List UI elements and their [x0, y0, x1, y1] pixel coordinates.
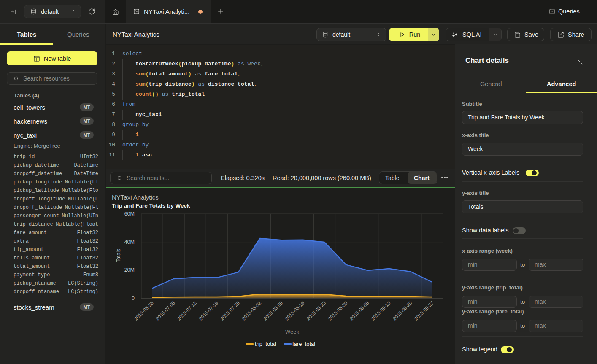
svg-text:20M: 20M [124, 267, 135, 273]
svg-text:2015-09-27: 2015-09-27 [413, 300, 435, 321]
svg-text:2015-09-13: 2015-09-13 [370, 300, 392, 321]
svg-text:Trip and Fare Totals by Week: Trip and Fare Totals by Week [112, 202, 190, 209]
svg-text:Totals: Totals [116, 249, 122, 263]
svg-text:trip_total: trip_total [255, 341, 276, 347]
svg-text:2015-07-19: 2015-07-19 [198, 300, 219, 321]
svg-text:40M: 40M [124, 239, 135, 245]
svg-text:2015-08-02: 2015-08-02 [241, 300, 262, 321]
svg-text:2015-08-09: 2015-08-09 [262, 300, 284, 321]
svg-text:2015-07-12: 2015-07-12 [176, 300, 197, 321]
svg-text:2015-07-26: 2015-07-26 [219, 300, 240, 321]
svg-text:2015-08-23: 2015-08-23 [305, 300, 327, 321]
svg-text:60M: 60M [124, 211, 135, 217]
svg-text:2015-08-16: 2015-08-16 [284, 300, 305, 321]
svg-text:Week: Week [285, 329, 299, 335]
svg-text:2015-08-30: 2015-08-30 [327, 300, 348, 321]
svg-text:2015-09-20: 2015-09-20 [392, 300, 413, 321]
svg-text:2015-09-06: 2015-09-06 [349, 300, 370, 321]
svg-text:NYTaxi Analytics: NYTaxi Analytics [112, 194, 159, 201]
svg-text:fare_total: fare_total [292, 341, 315, 347]
svg-text:2015-06-28: 2015-06-28 [133, 300, 154, 321]
svg-text:0: 0 [132, 295, 135, 301]
svg-text:2015-07-05: 2015-07-05 [155, 300, 176, 321]
